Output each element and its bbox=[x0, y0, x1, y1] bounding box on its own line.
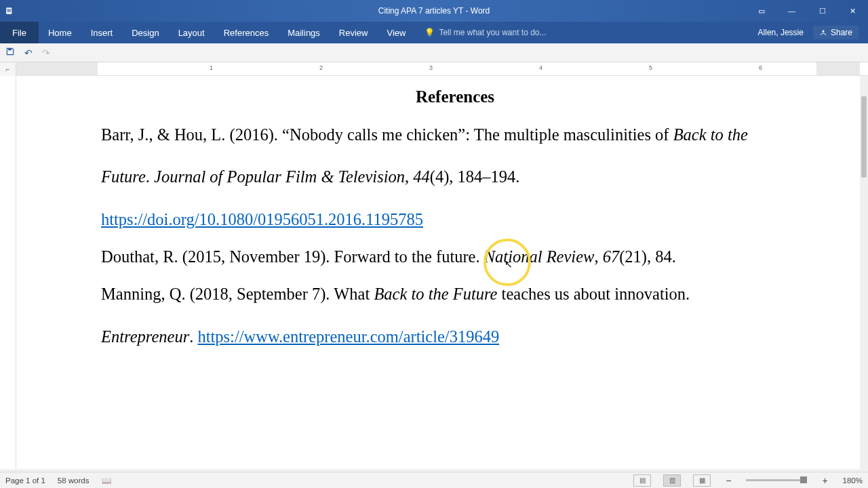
save-icon[interactable] bbox=[5, 47, 15, 58]
spellcheck-icon[interactable]: 📖 bbox=[102, 476, 111, 485]
zoom-level[interactable]: 180% bbox=[843, 476, 863, 485]
reference-entry-2: Douthat, R. (2015, November 19). Forward… bbox=[101, 248, 809, 265]
print-layout-icon[interactable]: ▥ bbox=[663, 474, 681, 487]
entrepreneur-link[interactable]: https://www.entrepreneur.com/article/319… bbox=[197, 327, 499, 346]
zoom-out-button[interactable]: − bbox=[723, 475, 734, 486]
share-icon bbox=[819, 28, 827, 37]
help-icon[interactable]: ▭ bbox=[746, 0, 776, 22]
ruler-corner: ⌐ bbox=[0, 62, 16, 76]
word-app-icon: W bbox=[5, 6, 15, 16]
tab-insert[interactable]: Insert bbox=[81, 22, 123, 43]
user-name[interactable]: Allen, Jessie bbox=[758, 28, 804, 37]
references-heading: References bbox=[101, 88, 809, 106]
tell-me-search[interactable]: 💡 Tell me what you want to do... bbox=[415, 22, 757, 43]
page-indicator[interactable]: Page 1 of 1 bbox=[5, 476, 45, 485]
close-button[interactable]: ✕ bbox=[837, 0, 868, 22]
tab-file[interactable]: File bbox=[0, 22, 39, 43]
tab-mailings[interactable]: Mailings bbox=[278, 22, 330, 43]
tab-design[interactable]: Design bbox=[122, 22, 168, 43]
tab-layout[interactable]: Layout bbox=[169, 22, 214, 43]
reference-entry-1: Barr, J., & Hou, L. (2016). “Nobody call… bbox=[101, 126, 809, 228]
undo-icon[interactable]: ↶ bbox=[24, 47, 33, 58]
window-title: Citing APA 7 articles YT - Word bbox=[378, 6, 490, 16]
doi-link-1[interactable]: https://doi.org/10.1080/01956051.2016.11… bbox=[101, 210, 423, 228]
vertical-scrollbar[interactable] bbox=[860, 76, 868, 469]
minimize-button[interactable]: — bbox=[776, 0, 807, 22]
tab-home[interactable]: Home bbox=[39, 22, 81, 43]
redo-icon[interactable]: ↷ bbox=[42, 47, 50, 58]
quick-access-toolbar: ↶ ↷ bbox=[0, 43, 868, 62]
document-area[interactable]: References Barr, J., & Hou, L. (2016). “… bbox=[0, 76, 860, 469]
status-bar: Page 1 of 1 58 words 📖 ▤ ▥ ▦ − + 180% bbox=[0, 472, 868, 488]
web-layout-icon[interactable]: ▦ bbox=[693, 474, 711, 487]
maximize-button[interactable]: ☐ bbox=[807, 0, 837, 22]
zoom-in-button[interactable]: + bbox=[819, 475, 830, 486]
ribbon: File Home Insert Design Layout Reference… bbox=[0, 22, 868, 43]
reference-entry-3: Manning, Q. (2018, September 7). What Ba… bbox=[101, 285, 809, 345]
title-bar: W Citing APA 7 articles YT - Word ▭ — ☐ … bbox=[0, 0, 868, 22]
read-mode-icon[interactable]: ▤ bbox=[633, 474, 651, 487]
svg-point-2 bbox=[822, 30, 824, 33]
zoom-slider[interactable] bbox=[746, 479, 807, 481]
word-count[interactable]: 58 words bbox=[58, 476, 90, 485]
tab-review[interactable]: Review bbox=[330, 22, 378, 43]
tab-view[interactable]: View bbox=[377, 22, 415, 43]
svg-text:W: W bbox=[7, 8, 12, 13]
vertical-ruler[interactable] bbox=[0, 76, 16, 469]
tab-references[interactable]: References bbox=[214, 22, 278, 43]
lightbulb-icon: 💡 bbox=[425, 28, 435, 37]
svg-rect-3 bbox=[8, 48, 12, 50]
share-button[interactable]: Share bbox=[813, 26, 859, 39]
horizontal-ruler[interactable]: ⌐ 1 2 3 4 5 6 bbox=[0, 62, 868, 76]
document-page[interactable]: References Barr, J., & Hou, L. (2016). “… bbox=[16, 76, 860, 365]
